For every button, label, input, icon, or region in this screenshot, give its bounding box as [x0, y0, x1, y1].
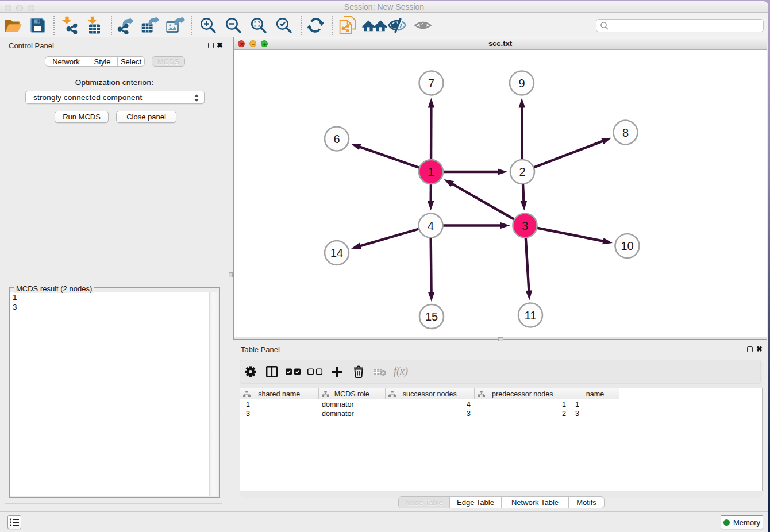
svg-text:10: 10 — [621, 240, 633, 252]
svg-text:15: 15 — [425, 310, 438, 323]
svg-text:9: 9 — [518, 77, 525, 90]
svg-text:7: 7 — [428, 77, 434, 90]
svg-text:14: 14 — [330, 246, 343, 259]
svg-text:3: 3 — [522, 219, 528, 232]
svg-text:f(x): f(x) — [394, 365, 408, 377]
svg-text:2: 2 — [519, 165, 525, 178]
svg-text:8: 8 — [622, 126, 629, 139]
svg-text:11: 11 — [525, 309, 537, 322]
svg-text:6: 6 — [333, 133, 340, 145]
svg-text:1: 1 — [428, 165, 434, 178]
svg-text:4: 4 — [428, 219, 434, 232]
